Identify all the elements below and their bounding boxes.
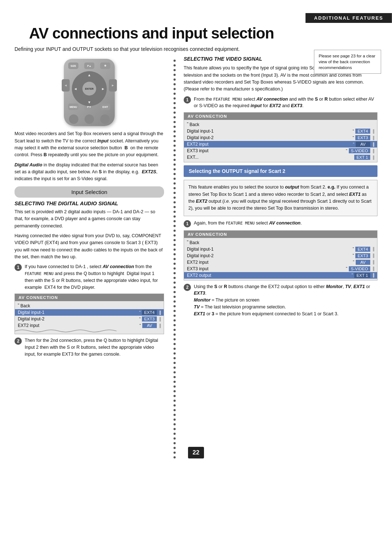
dot-44 xyxy=(173,263,176,265)
dot-19 xyxy=(173,145,176,147)
dot-78 xyxy=(173,423,176,425)
p-up-button: P▲ xyxy=(84,62,94,69)
output-info-box: This feature enables you to select the s… xyxy=(184,180,377,216)
dot-3 xyxy=(173,69,176,71)
av-ext3-label-3: EXT3 input xyxy=(187,266,344,271)
step2-row: 2 Then for the 2nd connection, press the… xyxy=(15,337,164,357)
av-di2-dash-3: ˜ xyxy=(353,254,354,258)
dot-49 xyxy=(173,286,176,288)
digital-audio-text2: Having connected the video signal from y… xyxy=(15,232,164,261)
dot-31 xyxy=(173,201,176,203)
dot-85 xyxy=(173,456,176,458)
dot-77 xyxy=(173,418,176,421)
av-ext2-scroll-1: ▐ xyxy=(158,324,161,328)
av-row-di1: Digital input-1 ˜ EXT4 ▐ xyxy=(15,309,164,316)
dot-53 xyxy=(173,305,176,307)
dot-48 xyxy=(173,282,176,284)
dot-57 xyxy=(173,324,176,326)
dot-43 xyxy=(173,258,176,260)
dot-42 xyxy=(173,253,176,255)
dot-40 xyxy=(173,244,176,246)
dot-1 xyxy=(173,60,176,62)
dot-61 xyxy=(173,343,176,345)
dot-36 xyxy=(173,225,176,227)
av-ext2out-value-3: EXT 1 xyxy=(354,273,370,278)
av-ext2out-dash-3: ˜ xyxy=(352,273,353,277)
av-di1-scroll: ▐ xyxy=(158,311,161,315)
digital-audio-heading: SELECTING THE DIGITAL AUDIO SIGNAL xyxy=(15,201,164,206)
av-connection-box-1: AV CONNECTION ˜ Back Digital input-1 ˜ E… xyxy=(15,294,164,334)
step2-circle: 2 xyxy=(15,337,22,345)
dot-79 xyxy=(173,428,176,430)
dot-75 xyxy=(173,409,176,411)
av-di2-dash-1: ˜ xyxy=(139,317,140,321)
dot-45 xyxy=(173,267,176,270)
nav-ring: ▲ ▼ ◄ ► ENTER xyxy=(72,71,107,106)
av-row-ext2-1: EXT2 input ˜ AV ▐ xyxy=(15,322,164,329)
nav-right-arrow: ► xyxy=(101,87,105,91)
dot-73 xyxy=(173,400,176,402)
av-connection-header-3: AV CONNECTION xyxy=(184,231,377,238)
right-step1-row: 1 From the FEATURE MENU select AV connec… xyxy=(184,96,377,110)
wavy-svg-1 xyxy=(15,329,117,332)
round-btn-2 xyxy=(85,114,94,124)
dot-68 xyxy=(173,376,176,378)
right-step1b-row: 1 Again, from the FEATURE MENU select AV… xyxy=(184,220,377,227)
dot-15 xyxy=(173,126,176,128)
dot-46 xyxy=(173,272,176,274)
wavy-decoration-1 xyxy=(15,329,164,332)
av-ext3-dash-3: ˜ xyxy=(346,267,347,271)
av-row-di2-2: Digital input-2 ˜ EXT3 ▐ xyxy=(184,134,377,141)
av-di2-value-2: EXT3 xyxy=(355,135,370,140)
dot-18 xyxy=(173,140,176,142)
dot-62 xyxy=(173,348,176,350)
av-connection-body-1: ˜ Back Digital input-1 ˜ EXT4 ▐ Digital … xyxy=(15,301,164,334)
nav-side-right-button: ► xyxy=(109,79,117,92)
page-number: 22 xyxy=(188,447,204,458)
dot-69 xyxy=(173,381,176,383)
av-row-ext3-2: EXT3 input ˜ S-VIDEO ▐ xyxy=(184,147,377,154)
remote-round-buttons xyxy=(64,113,115,124)
av-ext2-scroll-2: ▐ xyxy=(372,142,374,146)
av-ext2-label-1: EXT2 input xyxy=(18,323,138,328)
dot-76 xyxy=(173,414,176,416)
av-connection-header-1: AV CONNECTION xyxy=(15,294,164,301)
av-row-back-2: ˜ Back xyxy=(184,121,377,128)
dot-11 xyxy=(173,107,176,109)
av-connection-body-3: ˜ Back Digital input-1 ˜ EXT4 ▐ Digital … xyxy=(184,238,377,280)
dot-12 xyxy=(173,112,176,114)
dot-16 xyxy=(173,130,176,133)
av-back-label-2: ˜ Back xyxy=(187,122,374,127)
dot-80 xyxy=(173,433,176,435)
menu-button: MENU xyxy=(68,104,78,110)
av-extn-scroll-2: ▐ xyxy=(372,155,374,159)
av-ext3-value-2: S-VIDEO xyxy=(349,148,370,153)
dot-81 xyxy=(173,437,176,440)
av-connection-header-2: AV CONNECTION xyxy=(184,113,377,120)
dot-20 xyxy=(173,149,176,151)
av-di1-dash-2: ˜ xyxy=(353,129,354,133)
av-row-ext2-2: EXT2 input ˜ AV ▐ xyxy=(184,141,377,147)
dot-51 xyxy=(173,296,176,298)
dot-71 xyxy=(173,390,176,392)
dot-22 xyxy=(173,159,176,161)
av-ext2-dash-2: ˜ xyxy=(353,142,354,146)
dot-84 xyxy=(173,452,176,454)
av-di1-dash: ˜ xyxy=(139,311,140,315)
dot-37 xyxy=(173,230,176,232)
av-row-di2-3: Digital input-2 ˜ EXT3 ▐ xyxy=(184,252,377,259)
av-row-ext2out-3: EXT2 output ˜ EXT 1 ▐ xyxy=(184,272,377,279)
remote-image: SIZE P▲ ⊕ ▲ ▼ ◄ ► ENTER xyxy=(15,59,164,126)
dot-6 xyxy=(173,83,176,85)
right-step1b-text: Again, from the FEATURE MENU select AV c… xyxy=(194,220,377,227)
av-di2-label-2: Digital input-2 xyxy=(187,135,351,140)
dot-13 xyxy=(173,116,176,118)
av-di1-value: EXT4 xyxy=(142,310,157,315)
zoom-button: ⊕ xyxy=(100,62,110,69)
av-ext2-dash-3: ˜ xyxy=(353,260,354,264)
digital-audio-note: Digital Audio in the display indicated t… xyxy=(15,162,164,183)
av-di2-scroll-1: ▐ xyxy=(158,317,161,321)
dot-divider xyxy=(171,56,179,458)
av-di2-scroll-3: ▐ xyxy=(372,254,374,258)
dot-66 xyxy=(173,367,176,369)
